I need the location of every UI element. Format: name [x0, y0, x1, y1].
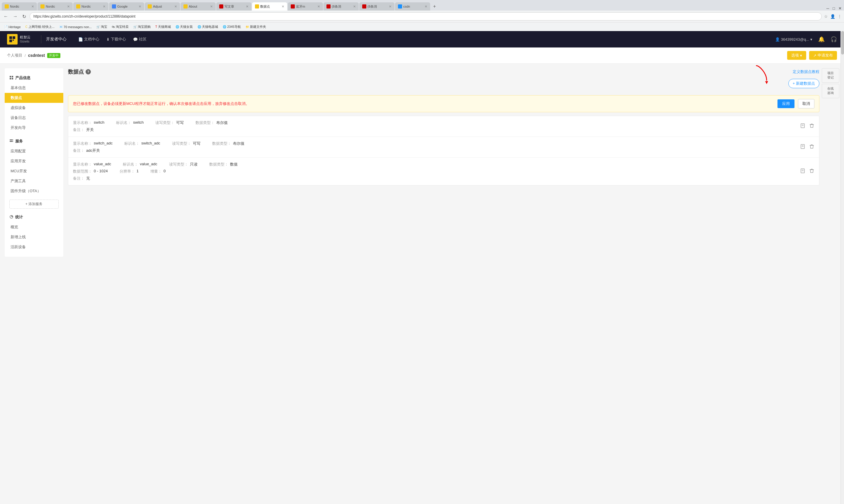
bookmark-taobao-special[interactable]: 🛍 淘宝特卖	[110, 24, 130, 30]
sidebar-item-firmware-upgrade[interactable]: 固件升级（OTA）	[5, 186, 63, 196]
apply-button[interactable]: 应用	[777, 99, 794, 108]
bookmark-taobao-group[interactable]: 🛒 淘宝团购	[131, 24, 152, 30]
tab-close-2[interactable]: ✕	[67, 5, 70, 8]
project-register-button[interactable]: 项目登记	[822, 68, 839, 83]
display-name-field-1: 显示名称： switch	[73, 120, 104, 125]
tab-1[interactable]: Nordic ✕	[2, 2, 37, 11]
new-datapoint-button[interactable]: + 新建数据点	[788, 79, 820, 88]
tab-6[interactable]: About ✕	[181, 2, 216, 11]
reload-button[interactable]: ↻	[21, 13, 27, 20]
tab-close-11[interactable]: ✕	[389, 5, 392, 8]
close-icon[interactable]: ✕	[839, 6, 842, 11]
sidebar-item-virtual-device[interactable]: 虚拟设备	[5, 103, 63, 113]
address-bar[interactable]: https://dev.gizwits.com/zh-cn/developer/…	[30, 12, 822, 20]
back-button[interactable]: ←	[2, 13, 10, 20]
bookmark-2345[interactable]: 🌐 2345导航	[221, 24, 243, 30]
stats-section-label: 统计	[15, 215, 23, 220]
tab-close-4[interactable]: ✕	[139, 5, 141, 8]
help-icon[interactable]: ?	[86, 69, 91, 74]
edit-icon-1	[800, 123, 806, 128]
service-section-icon	[10, 139, 14, 144]
sidebar-item-prod-test[interactable]: 产测工具	[5, 176, 63, 186]
tab-close-5[interactable]: ✕	[174, 5, 177, 8]
bookmark-tmall[interactable]: T 天猫商城	[154, 24, 173, 30]
tab-close-10[interactable]: ✕	[353, 5, 356, 8]
edit-button-2[interactable]	[800, 144, 806, 150]
svg-rect-5	[12, 76, 13, 77]
tab-favicon-12	[398, 4, 402, 8]
logo[interactable]: 机智云 Gizwits	[7, 34, 31, 44]
tab-close-1[interactable]: ✕	[31, 5, 34, 8]
sidebar-item-device-log[interactable]: 设备日志	[5, 113, 63, 123]
add-service-button[interactable]: + 添加服务	[10, 200, 59, 209]
bookmark-nav[interactable]: C 上网导航·轻快上...	[24, 24, 56, 30]
maximize-icon[interactable]: □	[832, 6, 835, 11]
tab-9[interactable]: 蓝牙m ✕	[288, 2, 323, 11]
sidebar-item-basic-info[interactable]: 基本信息	[5, 83, 63, 93]
cancel-warning-button[interactable]: 取消	[798, 99, 814, 108]
delete-button-1[interactable]	[809, 123, 814, 129]
options-label: 选项	[791, 53, 799, 58]
bookmark-icon[interactable]: ☆	[824, 14, 828, 19]
tab-2[interactable]: Nordic ✕	[37, 2, 73, 11]
tab-close-3[interactable]: ✕	[103, 5, 106, 8]
tab-close-9[interactable]: ✕	[317, 5, 320, 8]
publish-button[interactable]: ↗ 申请发布	[809, 51, 837, 60]
tab-favicon-1	[5, 4, 9, 8]
bookmark-messages[interactable]: 📧 70 messages non...	[57, 24, 93, 29]
new-datapoint-area: + 新建数据点	[68, 79, 820, 92]
tab-3[interactable]: Nordic ✕	[73, 2, 108, 11]
sidebar-item-overview[interactable]: 概览	[5, 222, 63, 232]
scrollbar-thumb[interactable]	[841, 31, 844, 54]
scrollbar-track[interactable]	[841, 31, 844, 504]
tab-4[interactable]: Google ✕	[109, 2, 144, 11]
sidebar-item-app-dev[interactable]: 应用开发	[5, 156, 63, 166]
minimize-icon[interactable]: ─	[826, 6, 829, 11]
bookmark-taobao[interactable]: 🛒 淘宝	[95, 24, 109, 30]
svg-point-11	[12, 141, 13, 142]
datapoint-actions-2	[800, 144, 814, 150]
user-menu[interactable]: 👤 364399243@q... ▾	[775, 37, 812, 42]
bookmark-label-tmall-appliance: 天猫电器城	[202, 24, 218, 29]
bookmark-folder[interactable]: 📁 新建文件夹	[244, 24, 268, 30]
sidebar-item-active-devices[interactable]: 活跃设备	[5, 242, 63, 252]
forward-button[interactable]: →	[12, 13, 19, 20]
nav-download[interactable]: ⬇ 下载中心	[106, 37, 126, 42]
sidebar-item-app-config[interactable]: 应用配置	[5, 146, 63, 156]
user-profile-icon[interactable]: 👤	[830, 14, 835, 19]
options-button[interactable]: 选项 ▾	[787, 51, 806, 60]
edit-button-1[interactable]	[800, 123, 806, 129]
bookmark-tmall-fashion[interactable]: 🌐 天猫女装	[174, 24, 195, 30]
tab-7[interactable]: 写文章 ✕	[216, 2, 251, 11]
delete-button-2[interactable]	[809, 144, 814, 150]
headset-icon[interactable]: 🎧	[830, 36, 837, 42]
bookmark-tmall-appliance[interactable]: 🌐 天猫电器城	[196, 24, 220, 30]
tab-10[interactable]: (8条消 ✕	[324, 2, 359, 11]
sidebar-item-mcu-dev[interactable]: MCU开发	[5, 166, 63, 176]
breadcrumb-parent[interactable]: 个人项目	[7, 53, 22, 58]
tab-close-7[interactable]: ✕	[246, 5, 249, 8]
nav-community[interactable]: 💬 社区	[133, 37, 146, 42]
menu-icon[interactable]: ⋮	[838, 14, 842, 19]
new-tab-button[interactable]: +	[431, 2, 438, 11]
sidebar-item-new-online[interactable]: 新增上线	[5, 232, 63, 242]
tab-close-8[interactable]: ✕	[282, 5, 284, 8]
notification-icon[interactable]: 🔔	[818, 36, 825, 42]
tutorial-link[interactable]: 定义数据点教程	[793, 69, 820, 74]
sidebar-item-datapoint[interactable]: 数据点	[5, 93, 63, 103]
tab-close-12[interactable]: ✕	[425, 5, 427, 8]
edit-button-3[interactable]	[800, 168, 806, 175]
tab-11[interactable]: (8条消 ✕	[359, 2, 394, 11]
warning-text: 您已修改数据点，设备必须更新MCU程序才能正常运行，确认本次修改请点击应用，放弃…	[73, 101, 774, 106]
bookmark-heritage[interactable]: 📄 Héritage	[2, 24, 22, 29]
sidebar-item-dev-guide[interactable]: 开发向导	[5, 123, 63, 133]
tab-close-6[interactable]: ✕	[210, 5, 213, 8]
tab-favicon-4	[112, 4, 116, 8]
online-consult-button[interactable]: 在线咨询	[822, 84, 839, 98]
tab-8-active[interactable]: 数据点 ✕	[252, 2, 287, 11]
tab-12[interactable]: csdn ✕	[395, 2, 430, 11]
delete-button-3[interactable]	[809, 168, 814, 175]
page-title-text: 数据点	[68, 68, 84, 75]
tab-5[interactable]: Adjust ✕	[145, 2, 180, 11]
nav-docs[interactable]: 📄 文档中心	[78, 37, 100, 42]
